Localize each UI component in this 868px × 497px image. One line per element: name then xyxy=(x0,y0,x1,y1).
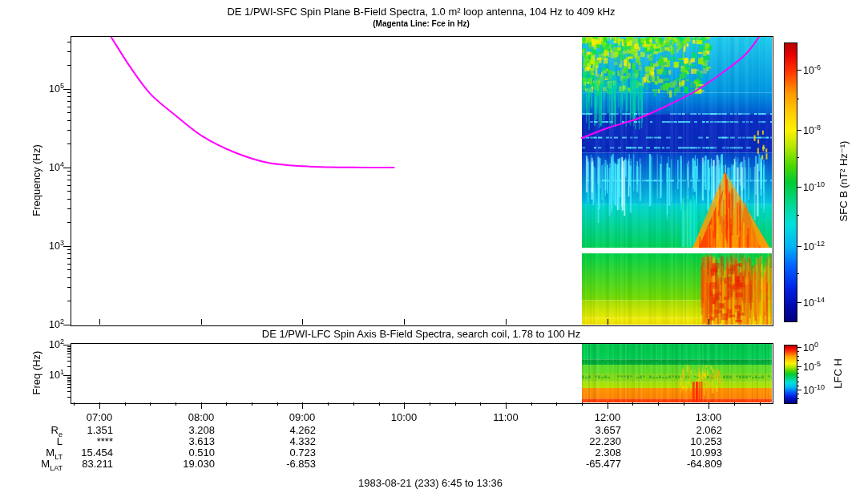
colorbar-label-sfc: SFC B (nT² Hz⁻¹) xyxy=(838,101,850,261)
x-tick-label: 07:00 xyxy=(75,412,123,424)
chart-subtitle: (Magenta Line: Fce in Hz) xyxy=(71,19,772,28)
ephemeris-value: 83.211 xyxy=(49,459,113,471)
ephemeris-value: 19.030 xyxy=(151,459,215,471)
x-tick-label: 12:00 xyxy=(583,412,632,424)
y-tick-label: 102 xyxy=(34,337,64,351)
x-tick-label: 10:00 xyxy=(380,412,428,424)
ephemeris-value: -65.477 xyxy=(557,459,621,471)
spectrogram-canvas xyxy=(0,0,868,497)
colorbar-tick-label: 100 xyxy=(803,341,818,354)
lfc-colorbar xyxy=(784,345,797,404)
colorbar-tick-label: 10-8 xyxy=(803,123,821,137)
colorbar-tick-label: 10-5 xyxy=(803,360,821,374)
figure-root: DE 1/PWI-SFC Spin Plane B-Field Spectra,… xyxy=(0,0,868,497)
colorbar-tick-label: 10-14 xyxy=(803,296,825,309)
colorbar-tick-label: 10-10 xyxy=(803,180,825,194)
colorbar-label-lfc: LFC H xyxy=(832,293,845,454)
colorbar-tick-label: 10-10 xyxy=(803,383,825,397)
ephemeris-value: -6.853 xyxy=(252,459,316,471)
sfc-colorbar xyxy=(784,42,797,322)
x-tick-label: 08:00 xyxy=(177,412,225,424)
date-caption: 1983-08-21 (233) 6:45 to 13:36 xyxy=(110,477,751,489)
x-tick-label: 11:00 xyxy=(482,412,530,424)
y-tick-label: 102 xyxy=(34,317,64,331)
ylabel-frequency: Frequency (Hz) xyxy=(30,100,43,261)
ephemeris-value: -64.809 xyxy=(658,459,722,471)
y-tick-label: 101 xyxy=(34,368,64,382)
y-tick-label: 103 xyxy=(34,239,64,253)
x-tick-label: 09:00 xyxy=(278,412,326,424)
lfc-title: DE 1/PWI-LFC Spin Axis B-Field Spectra, … xyxy=(71,328,772,340)
colorbar-tick-label: 10-6 xyxy=(803,63,821,77)
y-tick-label: 105 xyxy=(34,82,64,95)
x-tick-label: 13:00 xyxy=(684,412,733,424)
colorbar-tick-label: 10-12 xyxy=(803,240,825,253)
y-tick-label: 104 xyxy=(34,160,64,174)
chart-title: DE 1/PWI-SFC Spin Plane B-Field Spectra,… xyxy=(71,6,772,18)
